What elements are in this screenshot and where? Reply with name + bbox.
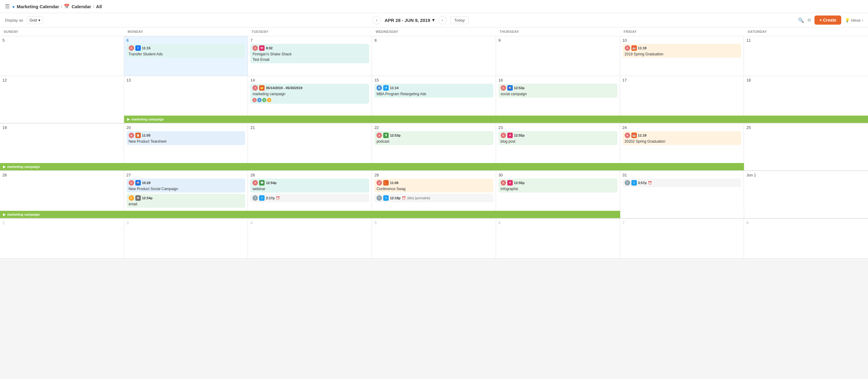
day-num: 3 — [126, 221, 129, 225]
event-social-campaign[interactable]: A 📢 12:53p social campaign — [498, 84, 617, 98]
header-fri: FRIDAY — [620, 27, 744, 36]
event-mba[interactable]: B ↺ 11:14 MBA Program Retargeting Ads — [374, 84, 493, 98]
day-may31: 31 ? t 3:57p ⏰ — [620, 171, 744, 211]
av1: A — [252, 98, 257, 102]
campaign-band-bar-3[interactable]: ▶marketing campaign — [0, 163, 744, 170]
day-may20: 20 A 📋 11:05 New Product Tearsheet — [124, 124, 248, 163]
event-conference-swag[interactable]: A 🎁 11:06 Conference Swag — [374, 179, 493, 193]
av4: D — [267, 98, 271, 102]
avatar: A — [376, 133, 382, 138]
day-num: 6 — [498, 221, 501, 225]
event-spring-grad-1[interactable]: A 📅 11:19 2019 Spring Graduation — [623, 44, 742, 58]
day-may21: 21 — [248, 124, 372, 163]
day-may22: 22 A 🎙 12:53p podcast — [372, 124, 496, 163]
share-btn[interactable]: ⎋ — [808, 17, 811, 23]
event-marketing-campaign-card[interactable]: A 📁 05/14/2019 - 05/30/2019 marketing ca… — [250, 84, 369, 104]
week-3: 19 20 A 📋 11:05 New Product Tearsheet 21 — [0, 124, 868, 171]
display-select[interactable]: Grid ▾ — [27, 17, 43, 24]
platform-icon-tw: t — [259, 195, 265, 201]
platform-icon-chat: 🎙 — [383, 133, 389, 138]
week-5: 2 3 4 5 6 7 8 — [0, 219, 868, 258]
breadcrumb-calendar[interactable]: Calendar — [71, 4, 91, 9]
event-auto-1[interactable]: ? t 2:17p ⏰ — [250, 194, 369, 202]
event-blog-post[interactable]: A ✦ 12:55p blog post — [498, 131, 617, 145]
breadcrumb-marketing[interactable]: Marketing Calendar — [17, 4, 59, 9]
event-spring-grad-2[interactable]: A 📅 11:19 20202 Spring Graduation — [623, 131, 742, 145]
day-may29: 29 A 🎁 11:06 Conference Swag ? t 12:18p … — [372, 171, 496, 211]
platform-icon-fb: f — [135, 45, 141, 51]
day-num: Jun 1 — [746, 173, 756, 177]
avatar: A — [252, 85, 258, 91]
day-num: 13 — [126, 78, 131, 83]
platform-icon-cal: 📅 — [631, 133, 637, 138]
event-auto-3[interactable]: ? t 3:57p ⏰ — [623, 179, 742, 187]
event-podcast[interactable]: A 🎙 12:53p podcast — [374, 131, 493, 145]
breadcrumb: ● Marketing Calendar / 📅 Calendar / All — [12, 4, 102, 9]
platform-icon-cal: 📁 — [259, 85, 265, 91]
day-num: 6 — [126, 38, 129, 42]
week-2-events: 12 + 13 14 A 📁 05/14/2019 - 05/30/2019 m… — [0, 76, 868, 116]
avatar: A — [501, 180, 506, 186]
event-transfer-student[interactable]: A f 11:15 Transfer Student Ads — [126, 44, 245, 58]
event-auto-2[interactable]: ? t 12:18p ⏰ {title} {permalink} — [374, 194, 493, 202]
day-may7: 7 A ✉ 8:02 Finnigan's Shake Shack Test E… — [248, 36, 372, 76]
campaign-band-bar[interactable]: ▶marketing campaign — [124, 116, 868, 123]
day-num: 24 — [623, 125, 627, 130]
event-social-campaign-2[interactable]: A 📢 10:28 New Product Social Campaign — [126, 179, 245, 193]
day-may19: 19 — [0, 124, 124, 163]
day-num: 8 — [374, 38, 376, 42]
campaign-band-bar-4[interactable]: ▶marketing campaign — [0, 211, 620, 218]
platform-icon-ig: ✦ — [507, 180, 513, 186]
hamburger-icon[interactable]: ☰ — [5, 3, 10, 10]
day-num: 4 — [250, 221, 252, 225]
prev-btn[interactable]: ‹ — [372, 16, 381, 24]
day-num: 27 — [126, 173, 131, 177]
event-webinar[interactable]: A 💬 12:54p webinar — [250, 179, 369, 193]
day-may13: 13 — [124, 76, 248, 116]
avatar: B — [376, 85, 382, 91]
date-range[interactable]: APR 28 - JUN 9, 2019 ▾ — [384, 17, 434, 23]
day-num: 12 — [2, 78, 7, 83]
day-may15: 15 B ↺ 11:14 MBA Program Retargeting Ads — [372, 76, 496, 116]
band-end — [744, 163, 868, 170]
day-num: 7 — [623, 221, 625, 225]
breadcrumb-all[interactable]: All — [96, 4, 102, 9]
week-4-events: 26 27 A 📢 10:28 New Product Social Campa… — [0, 171, 868, 211]
search-btn[interactable]: 🔍 — [798, 17, 804, 23]
avatar: ? — [252, 195, 258, 201]
create-btn[interactable]: + Create — [814, 15, 841, 25]
day-may11: 11 — [744, 36, 868, 76]
day-may24: 24 A 📅 11:19 20202 Spring Graduation — [620, 124, 744, 163]
platform-icon-mega: 📢 — [135, 180, 141, 186]
day-num: 16 — [498, 78, 503, 83]
event-tearsheet[interactable]: A 📋 11:05 New Product Tearsheet — [126, 131, 245, 145]
ideas-btn[interactable]: 💡 Ideas › — [845, 18, 863, 23]
day-jun6: 6 — [496, 219, 620, 258]
avatar: A — [376, 180, 382, 186]
event-finnigan[interactable]: A ✉ 8:02 Finnigan's Shake Shack Test Ema… — [250, 44, 369, 63]
avatar: ? — [376, 195, 382, 201]
avatar: A — [129, 133, 134, 138]
day-may30: 30 A ✦ 12:55p infographic — [496, 171, 620, 211]
event-infographic[interactable]: A ✦ 12:55p infographic — [498, 179, 617, 193]
breadcrumb-dot: ● — [12, 4, 15, 9]
campaign-band-4: ▶marketing campaign — [0, 211, 868, 218]
day-may23: 23 A ✦ 12:55p blog post — [496, 124, 620, 163]
avatar: A — [625, 45, 630, 51]
day-num: 25 — [746, 125, 751, 130]
toolbar-center: ‹ APR 28 - JUN 9, 2019 ▾ › Today — [47, 16, 795, 24]
day-jun8: 8 — [744, 219, 868, 258]
day-may9: 9 — [496, 36, 620, 76]
today-btn[interactable]: Today — [451, 17, 469, 24]
avatar-group: A B C D — [252, 98, 367, 102]
event-email[interactable]: C ✉ 12:54p email — [126, 194, 245, 208]
day-num: 23 — [498, 125, 503, 130]
platform-icon-tw: t — [383, 195, 389, 201]
day-jun2: 2 — [0, 219, 124, 258]
display-as-label: Display as — [5, 18, 23, 23]
header-thu: THURSDAY — [496, 27, 620, 36]
day-may27: 27 A 📢 10:28 New Product Social Campaign… — [124, 171, 248, 211]
avatar: A — [129, 180, 134, 186]
day-may10: 10 A 📅 11:19 2019 Spring Graduation — [620, 36, 744, 76]
next-btn[interactable]: › — [438, 16, 447, 24]
